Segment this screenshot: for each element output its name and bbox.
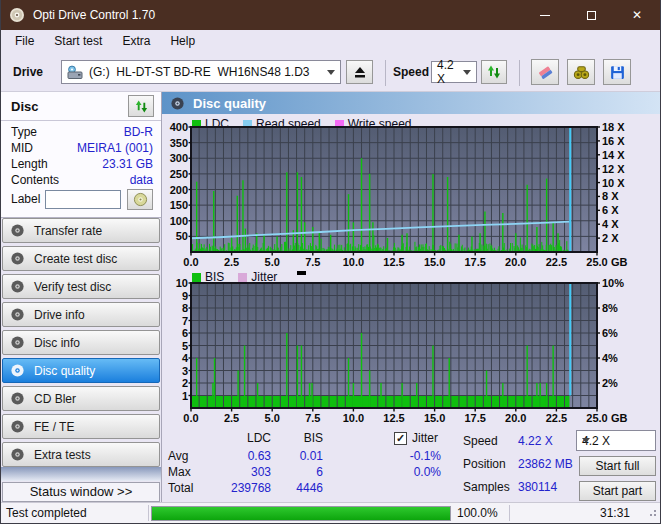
sidebar-item-verify-test-disc[interactable]: Verify test disc	[2, 274, 160, 299]
disc-label-button[interactable]	[127, 189, 153, 210]
svg-text:1: 1	[182, 390, 188, 402]
sidebar-item-disc-info[interactable]: Disc info	[2, 330, 160, 355]
stats-panel: LDCBIS✓JitterAvg0.630.01-0.1%Max30360.0%…	[162, 430, 661, 502]
chevron-down-icon	[327, 70, 335, 75]
eject-icon	[352, 64, 368, 80]
svg-text:18 X: 18 X	[602, 121, 625, 133]
svg-text:22.5: 22.5	[546, 412, 567, 424]
label-row: Label	[1, 189, 161, 211]
eject-button[interactable]	[346, 60, 373, 84]
search-drives-button[interactable]	[567, 59, 595, 85]
svg-text:14 X: 14 X	[602, 149, 625, 161]
speed-label: Speed	[393, 65, 429, 79]
statusbar-separator	[148, 505, 149, 521]
toolbar-separator	[385, 60, 386, 86]
save-icon	[609, 64, 626, 81]
disc-row-value: 23.31 GB	[102, 157, 153, 171]
svg-text:150: 150	[170, 199, 188, 211]
start-part-button[interactable]: Start part	[579, 481, 656, 501]
svg-text:GB: GB	[611, 412, 628, 424]
jitter-checkbox-label: Jitter	[412, 431, 438, 445]
disc-panel-title: Disc	[11, 99, 38, 114]
disc-row-mid: MIDMEIRA1 (001)	[1, 141, 161, 157]
svg-text:200: 200	[170, 184, 188, 196]
sidebar-item-drive-info[interactable]: Drive info	[2, 302, 160, 327]
svg-text:15.0: 15.0	[424, 256, 445, 268]
svg-text:6%: 6%	[602, 327, 618, 339]
start-full-button[interactable]: Start full	[579, 456, 656, 476]
disc-info-panel: Disc TypeBD-RMIDMEIRA1 (001)Length23.31 …	[1, 92, 161, 218]
drive-select[interactable]: (G:) HL-DT-ST BD-RE WH16NS48 1.D3	[61, 60, 341, 84]
speed-select[interactable]: 4.2 X	[431, 61, 477, 83]
menu-start-test[interactable]: Start test	[44, 30, 112, 52]
svg-text:2.5: 2.5	[224, 412, 239, 424]
svg-text:400: 400	[170, 121, 188, 133]
stat-ldc-value: 303	[202, 465, 271, 479]
svg-text:17.5: 17.5	[464, 412, 485, 424]
ldc-chart: 4003503002502001501005018 X16 X14 X12 X1…	[164, 121, 661, 273]
speed-value: 4.2 X	[437, 58, 463, 86]
menu-file[interactable]: File	[5, 30, 44, 52]
sidebar-item-fe-te[interactable]: FE / TE	[2, 414, 160, 439]
close-button[interactable]: ✕	[614, 0, 660, 30]
menu-extra[interactable]: Extra	[112, 30, 160, 52]
disc-icon	[10, 223, 25, 238]
svg-text:0.0: 0.0	[183, 412, 198, 424]
app-icon	[9, 7, 25, 23]
disc-icon	[10, 251, 25, 266]
resize-grip[interactable]	[646, 506, 658, 521]
titlebar: Opti Drive Control 1.70 ✕	[1, 0, 660, 30]
erase-disc-button[interactable]	[531, 59, 559, 85]
status-window-button[interactable]: Status window >>	[2, 482, 160, 502]
svg-text:12 X: 12 X	[602, 163, 625, 175]
sidebar-item-create-test-disc[interactable]: Create test disc	[2, 246, 160, 271]
stat-bis-value: 4446	[264, 481, 323, 495]
binoculars-icon	[573, 64, 590, 81]
stat-samples-value: 380114	[518, 480, 557, 494]
sidebar-item-disc-quality[interactable]: Disc quality	[2, 358, 160, 383]
svg-text:7.5: 7.5	[305, 412, 320, 424]
svg-text:2 X: 2 X	[602, 232, 619, 244]
label-caption: Label	[11, 192, 40, 206]
stat-bis-value: 0.01	[264, 449, 323, 463]
stat-jitter-value: 0.0%	[381, 465, 441, 479]
save-button[interactable]	[603, 59, 631, 85]
disc-icon	[10, 447, 25, 462]
disc-row-label: Length	[11, 157, 48, 171]
sidebar-item-transfer-rate[interactable]: Transfer rate	[2, 218, 160, 243]
svg-text:25.0: 25.0	[586, 256, 607, 268]
disc-icon	[10, 335, 25, 350]
sidebar-item-label: Drive info	[34, 308, 85, 322]
sidebar-item-cd-bler[interactable]: CD Bler	[2, 386, 160, 411]
disc-row-length: Length23.31 GB	[1, 157, 161, 173]
svg-text:20.0: 20.0	[505, 412, 526, 424]
svg-text:10%: 10%	[602, 277, 624, 289]
svg-text:10.0: 10.0	[343, 256, 364, 268]
refresh-button[interactable]	[481, 60, 507, 84]
svg-text:3: 3	[182, 365, 188, 377]
disc-icon	[10, 363, 25, 378]
chevron-down-icon	[582, 438, 590, 443]
sidebar-item-label: Create test disc	[34, 252, 117, 266]
svg-text:2%: 2%	[602, 377, 618, 389]
disc-row-label: Contents	[11, 173, 59, 187]
disc-label-input[interactable]	[45, 190, 121, 209]
sidebar-item-label: Transfer rate	[34, 224, 102, 238]
svg-text:22.5: 22.5	[546, 256, 567, 268]
svg-text:12.5: 12.5	[383, 256, 404, 268]
jitter-checkbox[interactable]: ✓	[394, 432, 407, 445]
sidebar-item-extra-tests[interactable]: Extra tests	[2, 442, 160, 467]
statusbar: Test completed 100.0% 31:31	[1, 502, 660, 523]
quality-speed-select[interactable]: 4.2 X	[576, 430, 656, 451]
menu-help[interactable]: Help	[160, 30, 205, 52]
statusbar-separator	[509, 505, 510, 521]
refresh-icon	[486, 64, 502, 80]
progress-percent: 100.0%	[457, 506, 498, 520]
disc-refresh-button[interactable]	[128, 95, 154, 117]
svg-text:2.5: 2.5	[224, 256, 239, 268]
disc-quality-icon	[170, 96, 185, 111]
status-text: Test completed	[6, 506, 87, 520]
stat-position-label: Position	[463, 457, 517, 471]
minimize-button[interactable]	[522, 0, 568, 30]
maximize-button[interactable]	[568, 0, 614, 30]
